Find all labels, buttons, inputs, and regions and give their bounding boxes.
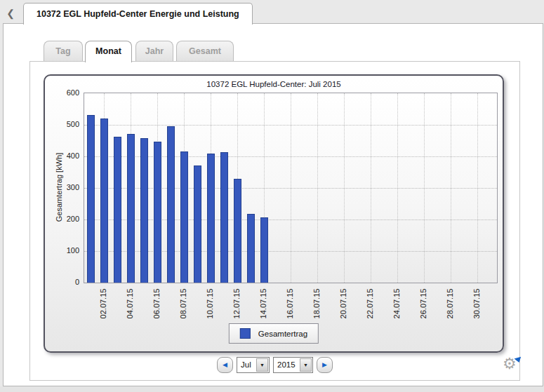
gridline-vertical bbox=[371, 93, 371, 283]
year-dropdown-button[interactable]: ▼ bbox=[300, 358, 312, 372]
chart-bar bbox=[180, 151, 188, 283]
chart-bar bbox=[100, 119, 108, 283]
chart-bar bbox=[194, 165, 201, 283]
chart-panel: 10372 EGL Hupfeld-Center: Juli 2015 Gesa… bbox=[44, 74, 504, 353]
back-icon: ❮ bbox=[6, 8, 15, 19]
chart-bar bbox=[114, 137, 121, 283]
x-tick-label: 10.07.15 bbox=[206, 289, 214, 319]
chart-legend: Gesamtertrag bbox=[229, 323, 319, 344]
chart-bar bbox=[87, 115, 95, 283]
legend-label: Gesamtertrag bbox=[258, 330, 307, 338]
month-dropdown-button[interactable]: ▼ bbox=[256, 358, 268, 372]
x-tick-label: 18.07.15 bbox=[312, 289, 321, 319]
main-tab[interactable]: 10372 EGL Hupfeld-Center Energie und Lei… bbox=[23, 3, 253, 25]
back-button[interactable]: ❮ bbox=[1, 4, 20, 22]
chart-title: 10372 EGL Hupfeld-Center: Juli 2015 bbox=[45, 80, 503, 88]
y-tick-label: 200 bbox=[54, 215, 79, 223]
chart-bar bbox=[140, 138, 148, 283]
y-tick-label: 400 bbox=[54, 151, 79, 160]
chart-bar bbox=[247, 214, 255, 283]
chart-bar bbox=[127, 134, 135, 283]
gridline-vertical bbox=[451, 93, 451, 283]
gridline-vertical bbox=[397, 93, 398, 283]
plot-area bbox=[84, 93, 498, 283]
previous-month-button[interactable]: ◀ bbox=[217, 357, 233, 373]
period-controls: ◀ Jul ▼ 2015 ▼ ▶ bbox=[29, 356, 520, 374]
chart-bar bbox=[234, 179, 241, 283]
gridline-vertical bbox=[317, 93, 318, 283]
legend-swatch bbox=[240, 328, 251, 339]
x-tick-label: 28.07.15 bbox=[446, 289, 454, 319]
month-select-value: Jul bbox=[237, 360, 256, 369]
y-tick-label: 100 bbox=[54, 246, 79, 255]
x-tick-label: 26.07.15 bbox=[419, 289, 427, 319]
tab-gesamt[interactable]: Gesamt bbox=[176, 41, 234, 61]
month-select[interactable]: Jul ▼ bbox=[237, 357, 270, 373]
x-tick-label: 04.07.15 bbox=[126, 289, 134, 319]
chart-bar bbox=[220, 152, 228, 283]
x-tick-label: 20.07.15 bbox=[339, 289, 347, 319]
x-tick-label: 24.07.15 bbox=[392, 289, 401, 319]
y-tick-label: 300 bbox=[54, 183, 79, 191]
gridline-vertical bbox=[424, 93, 425, 283]
next-icon: ▶ bbox=[322, 361, 327, 368]
previous-icon: ◀ bbox=[223, 361, 227, 368]
gridline-vertical bbox=[344, 93, 345, 283]
x-tick-label: 08.07.15 bbox=[179, 289, 187, 319]
tab-monat[interactable]: Monat bbox=[85, 41, 132, 62]
chevron-down-icon: ▼ bbox=[303, 363, 308, 367]
x-tick-label: 14.07.15 bbox=[259, 289, 267, 319]
main-tab-title: 10372 EGL Hupfeld-Center Energie und Lei… bbox=[37, 9, 239, 19]
chart-bar bbox=[207, 154, 215, 283]
tab-tag[interactable]: Tag bbox=[44, 41, 83, 61]
x-tick-label: 12.07.15 bbox=[232, 289, 241, 319]
y-tick-label: 600 bbox=[54, 88, 79, 97]
gridline-vertical bbox=[477, 93, 478, 283]
x-tick-label: 02.07.15 bbox=[99, 289, 107, 319]
chart-bar bbox=[154, 142, 161, 283]
x-tick-label: 06.07.15 bbox=[152, 289, 161, 319]
chevron-down-icon: ▼ bbox=[260, 363, 265, 367]
year-select[interactable]: 2015 ▼ bbox=[273, 357, 313, 373]
y-tick-label: 500 bbox=[54, 120, 79, 128]
chart-bar bbox=[167, 126, 175, 283]
year-select-value: 2015 bbox=[274, 360, 300, 369]
x-tick-label: 16.07.15 bbox=[286, 289, 294, 319]
next-month-button[interactable]: ▶ bbox=[317, 357, 333, 373]
chart-bar bbox=[260, 217, 268, 283]
x-tick-label: 22.07.15 bbox=[366, 289, 374, 319]
x-tick-label: 30.07.15 bbox=[472, 289, 481, 319]
settings-button[interactable]: ⚙ bbox=[501, 354, 522, 375]
y-tick-label: 0 bbox=[54, 278, 79, 286]
tab-jahr[interactable]: Jahr bbox=[135, 41, 173, 61]
page-background-strip bbox=[0, 386, 544, 392]
gridline-vertical bbox=[291, 93, 291, 283]
